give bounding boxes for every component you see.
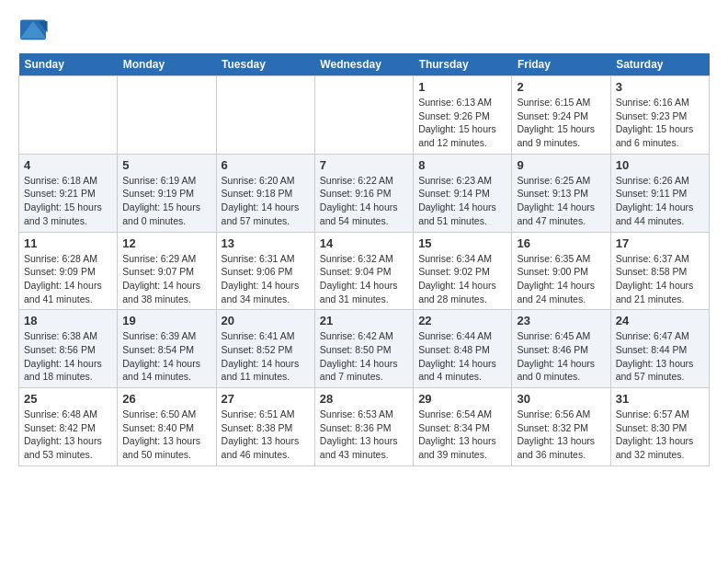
day-info: Sunrise: 6:53 AM Sunset: 8:36 PM Dayligh… <box>320 408 408 462</box>
day-info: Sunrise: 6:50 AM Sunset: 8:40 PM Dayligh… <box>122 408 210 462</box>
logo-icon <box>18 18 48 44</box>
day-info: Sunrise: 6:39 AM Sunset: 8:54 PM Dayligh… <box>122 329 210 384</box>
day-info: Sunrise: 6:18 AM Sunset: 9:21 PM Dayligh… <box>24 174 112 228</box>
calendar-week-4: 18Sunrise: 6:38 AM Sunset: 8:56 PM Dayli… <box>19 310 710 388</box>
calendar-cell: 11Sunrise: 6:28 AM Sunset: 9:09 PM Dayli… <box>19 232 118 310</box>
calendar-cell: 3Sunrise: 6:16 AM Sunset: 9:23 PM Daylig… <box>610 76 709 155</box>
day-number: 20 <box>222 314 310 327</box>
day-info: Sunrise: 6:34 AM Sunset: 9:02 PM Dayligh… <box>418 252 506 306</box>
day-info: Sunrise: 6:44 AM Sunset: 8:48 PM Dayligh… <box>418 329 506 384</box>
day-number: 2 <box>517 80 605 94</box>
day-number: 18 <box>24 314 112 327</box>
day-info: Sunrise: 6:22 AM Sunset: 9:16 PM Dayligh… <box>320 174 408 228</box>
calendar-cell: 22Sunrise: 6:44 AM Sunset: 8:48 PM Dayli… <box>414 310 512 388</box>
day-info: Sunrise: 6:41 AM Sunset: 8:52 PM Dayligh… <box>222 329 310 384</box>
calendar-cell: 23Sunrise: 6:45 AM Sunset: 8:46 PM Dayli… <box>512 310 610 388</box>
calendar-cell <box>216 76 314 155</box>
day-number: 7 <box>320 158 408 172</box>
calendar-cell: 20Sunrise: 6:41 AM Sunset: 8:52 PM Dayli… <box>216 310 314 388</box>
day-number: 1 <box>418 80 506 94</box>
day-info: Sunrise: 6:13 AM Sunset: 9:26 PM Dayligh… <box>418 96 506 150</box>
day-info: Sunrise: 6:23 AM Sunset: 9:14 PM Dayligh… <box>418 174 506 228</box>
calendar-cell: 30Sunrise: 6:56 AM Sunset: 8:32 PM Dayli… <box>512 388 610 466</box>
day-info: Sunrise: 6:28 AM Sunset: 9:09 PM Dayligh… <box>24 252 112 306</box>
col-header-thursday: Thursday <box>414 53 512 76</box>
day-number: 27 <box>222 392 310 406</box>
day-info: Sunrise: 6:38 AM Sunset: 8:56 PM Dayligh… <box>24 329 112 384</box>
calendar-cell: 6Sunrise: 6:20 AM Sunset: 9:18 PM Daylig… <box>216 154 314 232</box>
day-info: Sunrise: 6:51 AM Sunset: 8:38 PM Dayligh… <box>222 408 310 462</box>
day-info: Sunrise: 6:45 AM Sunset: 8:46 PM Dayligh… <box>517 329 605 384</box>
calendar-cell: 17Sunrise: 6:37 AM Sunset: 8:58 PM Dayli… <box>610 232 709 310</box>
day-number: 13 <box>222 236 310 250</box>
day-info: Sunrise: 6:31 AM Sunset: 9:06 PM Dayligh… <box>222 252 310 306</box>
day-info: Sunrise: 6:26 AM Sunset: 9:11 PM Dayligh… <box>616 174 704 228</box>
day-info: Sunrise: 6:54 AM Sunset: 8:34 PM Dayligh… <box>418 408 506 462</box>
col-header-sunday: Sunday <box>19 53 118 76</box>
day-number: 22 <box>418 314 506 327</box>
col-header-saturday: Saturday <box>610 53 709 76</box>
day-number: 8 <box>418 158 506 172</box>
day-number: 10 <box>616 158 704 172</box>
calendar-cell: 16Sunrise: 6:35 AM Sunset: 9:00 PM Dayli… <box>512 232 610 310</box>
day-info: Sunrise: 6:19 AM Sunset: 9:19 PM Dayligh… <box>122 174 210 228</box>
calendar-cell: 19Sunrise: 6:39 AM Sunset: 8:54 PM Dayli… <box>118 310 216 388</box>
day-number: 16 <box>517 236 605 250</box>
day-number: 31 <box>616 392 704 406</box>
calendar-cell <box>118 76 216 155</box>
calendar-cell: 2Sunrise: 6:15 AM Sunset: 9:24 PM Daylig… <box>512 76 610 155</box>
day-info: Sunrise: 6:48 AM Sunset: 8:42 PM Dayligh… <box>24 408 112 462</box>
day-number: 6 <box>222 158 310 172</box>
calendar-cell: 25Sunrise: 6:48 AM Sunset: 8:42 PM Dayli… <box>19 388 118 466</box>
calendar-cell <box>314 76 413 155</box>
calendar-cell: 18Sunrise: 6:38 AM Sunset: 8:56 PM Dayli… <box>19 310 118 388</box>
calendar-cell: 5Sunrise: 6:19 AM Sunset: 9:19 PM Daylig… <box>118 154 216 232</box>
calendar-cell: 31Sunrise: 6:57 AM Sunset: 8:30 PM Dayli… <box>610 388 709 466</box>
day-info: Sunrise: 6:42 AM Sunset: 8:50 PM Dayligh… <box>320 329 408 384</box>
day-info: Sunrise: 6:57 AM Sunset: 8:30 PM Dayligh… <box>616 408 704 462</box>
calendar-table: SundayMondayTuesdayWednesdayThursdayFrid… <box>18 53 710 466</box>
calendar-cell: 1Sunrise: 6:13 AM Sunset: 9:26 PM Daylig… <box>414 76 512 155</box>
day-number: 29 <box>418 392 506 406</box>
day-number: 5 <box>122 158 210 172</box>
logo <box>18 18 51 44</box>
calendar-cell: 28Sunrise: 6:53 AM Sunset: 8:36 PM Dayli… <box>314 388 413 466</box>
calendar-cell: 15Sunrise: 6:34 AM Sunset: 9:02 PM Dayli… <box>414 232 512 310</box>
calendar-cell: 12Sunrise: 6:29 AM Sunset: 9:07 PM Dayli… <box>118 232 216 310</box>
calendar-cell: 29Sunrise: 6:54 AM Sunset: 8:34 PM Dayli… <box>414 388 512 466</box>
day-number: 14 <box>320 236 408 250</box>
calendar-cell: 4Sunrise: 6:18 AM Sunset: 9:21 PM Daylig… <box>19 154 118 232</box>
day-number: 23 <box>517 314 605 327</box>
day-number: 9 <box>517 158 605 172</box>
day-number: 30 <box>517 392 605 406</box>
calendar-week-3: 11Sunrise: 6:28 AM Sunset: 9:09 PM Dayli… <box>19 232 710 310</box>
day-number: 4 <box>24 158 112 172</box>
day-number: 17 <box>616 236 704 250</box>
calendar-cell: 14Sunrise: 6:32 AM Sunset: 9:04 PM Dayli… <box>314 232 413 310</box>
day-info: Sunrise: 6:56 AM Sunset: 8:32 PM Dayligh… <box>517 408 605 462</box>
day-number: 24 <box>616 314 704 327</box>
day-number: 12 <box>122 236 210 250</box>
calendar-week-2: 4Sunrise: 6:18 AM Sunset: 9:21 PM Daylig… <box>19 154 710 232</box>
day-number: 19 <box>122 314 210 327</box>
col-header-tuesday: Tuesday <box>216 53 314 76</box>
day-number: 11 <box>24 236 112 250</box>
day-info: Sunrise: 6:35 AM Sunset: 9:00 PM Dayligh… <box>517 252 605 306</box>
col-header-friday: Friday <box>512 53 610 76</box>
day-number: 25 <box>24 392 112 406</box>
calendar-cell: 21Sunrise: 6:42 AM Sunset: 8:50 PM Dayli… <box>314 310 413 388</box>
col-header-monday: Monday <box>118 53 216 76</box>
day-info: Sunrise: 6:20 AM Sunset: 9:18 PM Dayligh… <box>222 174 310 228</box>
calendar-cell: 13Sunrise: 6:31 AM Sunset: 9:06 PM Dayli… <box>216 232 314 310</box>
day-info: Sunrise: 6:25 AM Sunset: 9:13 PM Dayligh… <box>517 174 605 228</box>
day-info: Sunrise: 6:15 AM Sunset: 9:24 PM Dayligh… <box>517 96 605 150</box>
day-info: Sunrise: 6:47 AM Sunset: 8:44 PM Dayligh… <box>616 329 704 384</box>
calendar-header-row: SundayMondayTuesdayWednesdayThursdayFrid… <box>19 53 710 76</box>
calendar-cell: 10Sunrise: 6:26 AM Sunset: 9:11 PM Dayli… <box>610 154 709 232</box>
day-number: 3 <box>616 80 704 94</box>
calendar-cell: 8Sunrise: 6:23 AM Sunset: 9:14 PM Daylig… <box>414 154 512 232</box>
day-number: 15 <box>418 236 506 250</box>
calendar-week-1: 1Sunrise: 6:13 AM Sunset: 9:26 PM Daylig… <box>19 76 710 155</box>
day-number: 26 <box>122 392 210 406</box>
day-number: 28 <box>320 392 408 406</box>
